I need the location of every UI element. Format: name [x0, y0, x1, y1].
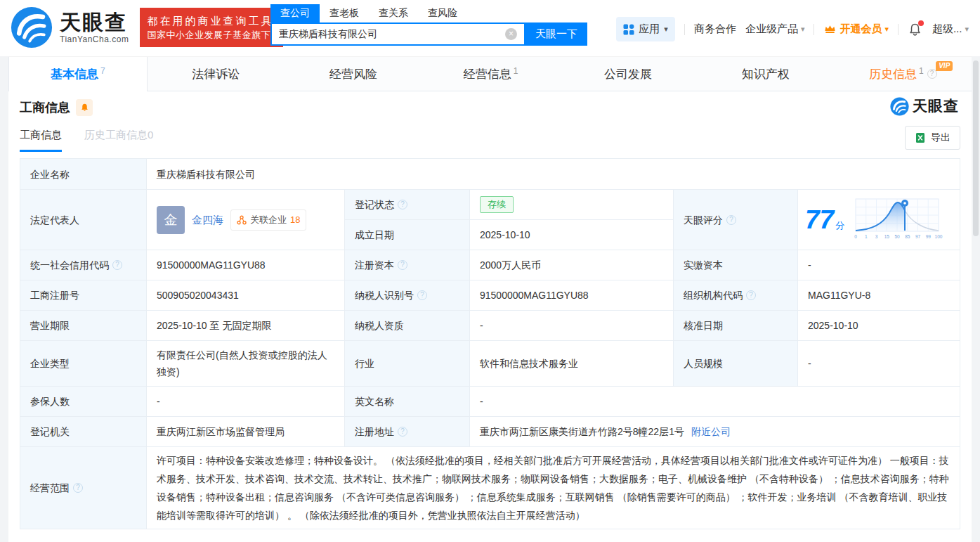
search-tab-relation[interactable]: 查关系 [369, 4, 418, 22]
search-tab-company[interactable]: 查公司 [270, 4, 320, 22]
search-input[interactable] [270, 22, 525, 46]
tianyancha-logo-icon[interactable] [11, 6, 53, 49]
english-name-value: - [470, 387, 960, 417]
brand-name: 天眼查 [60, 11, 129, 34]
legal-rep-link[interactable]: 金四海 [192, 212, 223, 228]
search-button[interactable]: 天眼一下 [525, 22, 587, 46]
tianyancha-logo-icon [890, 97, 909, 116]
company-tabbar: 基本信息7 法律诉讼 经营风险 经营信息1 公司发展 知识产权 VIP 历史信息… [8, 56, 972, 91]
status-badge: 存续 [480, 196, 514, 213]
svg-text:100: 100 [935, 234, 943, 239]
user-menu[interactable]: 超级... ▾ [932, 22, 969, 36]
reg-authority-value: 重庆两江新区市场监督管理局 [147, 417, 345, 447]
score-number: 77 [805, 207, 834, 233]
help-icon[interactable]: ? [398, 260, 407, 270]
subtab-history-business-info[interactable]: 历史工商信息0 [84, 129, 153, 152]
chart-x-ticks: 0 1 3 15 50 85 97 99 100 [854, 234, 943, 239]
help-icon[interactable]: ? [746, 290, 756, 300]
tab-count: 1 [514, 66, 518, 76]
reg-status-label: 登记状态? [345, 190, 470, 220]
tab-label: 历史信息 [869, 66, 917, 82]
reg-capital-value: 2000万人民币 [470, 250, 674, 280]
reg-authority-label: 登记机关 [20, 417, 147, 447]
subscribe-bell-button[interactable] [76, 99, 93, 116]
search-tab-boss[interactable]: 查老板 [320, 4, 369, 22]
chevron-down-icon: ▾ [801, 25, 805, 34]
reg-address-value: 重庆市两江新区康美街道卉竹路2号8幢22层1号 附近公司 [470, 417, 960, 447]
industry-value: 软件和信息技术服务业 [470, 341, 674, 387]
tab-history-info[interactable]: VIP 历史信息1 ? [834, 57, 972, 91]
nav-enterprise-label: 企业级产品 [745, 22, 798, 36]
tab-legal-proceedings[interactable]: 法律诉讼 [148, 57, 285, 91]
staff-size-value: - [798, 341, 960, 387]
promo-line2: 国家中小企业发展子基金旗下机构 [147, 28, 276, 41]
header-left: 天眼查 TianYanCha.com 都在用的商业查询工具 国家中小企业发展子基… [11, 6, 283, 49]
nav-enterprise-products[interactable]: 企业级产品 ▾ [745, 22, 805, 36]
est-date-value: 2025-10-10 [470, 220, 674, 250]
brand-domain: TianYanCha.com [60, 34, 129, 44]
help-icon[interactable]: ? [417, 290, 427, 300]
help-icon[interactable]: ? [726, 215, 736, 225]
org-code-value: MAG11GYU-8 [798, 280, 960, 311]
search-tab-risk[interactable]: 查风险 [418, 4, 467, 22]
section-title: 工商信息 [20, 99, 70, 116]
divider [898, 24, 899, 35]
vip-badge: VIP [936, 61, 953, 71]
avatar[interactable]: 金 [157, 206, 185, 234]
reg-number-label: 工商注册号 [20, 280, 147, 311]
tab-label: 公司发展 [604, 66, 652, 82]
crown-icon [823, 23, 837, 35]
help-icon[interactable]: ? [112, 260, 122, 270]
help-icon[interactable]: ? [73, 483, 83, 493]
tab-operating-info[interactable]: 经营信息1 [422, 57, 560, 91]
score-distribution-chart[interactable]: 0 1 3 15 50 85 97 99 100 [853, 198, 943, 243]
help-icon[interactable]: ? [398, 427, 407, 437]
notifications-bell[interactable] [908, 22, 923, 37]
nav-business-coop[interactable]: 商务合作 [694, 22, 736, 36]
svg-text:99: 99 [926, 234, 932, 239]
tab-company-development[interactable]: 公司发展 [559, 57, 697, 91]
tab-operating-risk[interactable]: 经营风险 [285, 57, 422, 91]
scrollbar[interactable] [973, 60, 979, 236]
taxpayer-id-label: 纳税人识别号? [345, 280, 470, 311]
export-button[interactable]: 导出 [905, 126, 960, 150]
chevron-down-icon: ▾ [884, 25, 889, 34]
brand-block[interactable]: 天眼查 TianYanCha.com [60, 11, 129, 44]
svg-text:1: 1 [865, 234, 868, 239]
related-companies-badge[interactable]: 关联企业 18 [230, 209, 306, 231]
score-unit: 分 [835, 218, 844, 233]
apps-menu[interactable]: 应用 ▾ [616, 17, 675, 41]
tab-intellectual-property[interactable]: 知识产权 [697, 57, 835, 91]
nav-open-vip[interactable]: 开通会员 ▾ [823, 22, 889, 36]
subtab-business-info[interactable]: 工商信息 [20, 129, 62, 152]
credit-code-label: 统一社会信用代码? [20, 250, 147, 280]
industry-label: 行业 [345, 341, 470, 387]
divider [814, 24, 814, 35]
reg-status-value: 存续 [470, 190, 674, 220]
tab-basic-info[interactable]: 基本信息7 [8, 57, 148, 91]
svg-text:0: 0 [854, 234, 857, 239]
grid-apps-icon [623, 24, 634, 35]
company-type-label: 企业类型 [20, 341, 147, 387]
help-icon[interactable]: ? [398, 200, 407, 209]
tab-label: 经营风险 [329, 66, 377, 82]
score-value: 77 分 [798, 190, 960, 250]
english-name-label: 英文名称 [345, 387, 470, 417]
insured-count-label: 参保人数 [20, 387, 147, 417]
clear-search-icon[interactable]: × [505, 28, 517, 40]
legal-rep-value: 金 金四海 关联企业 18 [147, 190, 345, 250]
excel-icon [915, 132, 926, 143]
username-label: 超级... [932, 22, 962, 36]
watermark-text: 天眼查 [913, 96, 959, 116]
staff-size-label: 人员规模 [674, 341, 798, 387]
company-name-value: 重庆梯盾科技有限公司 [147, 159, 960, 190]
org-code-label: 组织机构代码? [674, 280, 798, 311]
approval-date-value: 2025-10-10 [798, 311, 960, 341]
main-content: 工商信息 天眼查 工商信息 历史工商信息0 [8, 91, 972, 542]
company-name-label: 企业名称 [20, 159, 147, 190]
search-tabs: 查公司 查老板 查关系 查风险 [270, 4, 587, 22]
nearby-companies-link[interactable]: 附近公司 [691, 424, 731, 439]
promo-banner: 都在用的商业查询工具 国家中小企业发展子基金旗下机构 [140, 8, 283, 47]
taxpayer-id-value: 91500000MAG11GYU88 [470, 280, 674, 311]
paid-capital-value: - [798, 250, 960, 280]
